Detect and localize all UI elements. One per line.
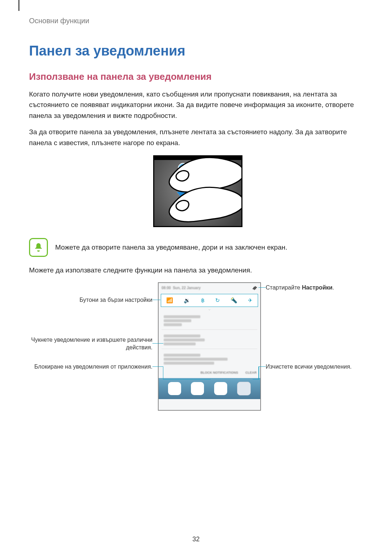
mock-notification-3 [162, 350, 257, 368]
page-number: 32 [0, 535, 392, 543]
figure-swipe-down [29, 155, 367, 227]
gear-icon [252, 286, 257, 291]
mock-bottom-actions: BLOCK NOTIFICATIONSCLEAR [159, 369, 260, 376]
mock-quick-settings: 📶 🔉 ฿ ↻ 🔦 ✈ [161, 294, 258, 307]
note-row: Можете да отворите панела за уведомяване… [29, 238, 367, 257]
annotated-diagram: 08:00 Sun, 22 January 📶 🔉 ฿ ↻ 🔦 ✈ ⌵ [29, 282, 367, 416]
bell-icon [29, 238, 48, 257]
airplane-icon: ✈ [248, 297, 253, 304]
app-folder-icon [237, 382, 251, 395]
paragraph-3: Можете да използвате следните функции на… [29, 265, 367, 275]
app-icon [168, 382, 181, 395]
mock-statusbar: 08:00 Sun, 22 January [159, 283, 260, 293]
bluetooth-icon: ฿ [201, 297, 205, 304]
callout-block-notifications: Блокиране на уведомления от приложения. [29, 363, 152, 371]
app-icon [191, 382, 204, 395]
edge-tab-decor [18, 0, 20, 11]
arrow-down-icon [177, 163, 190, 200]
breadcrumb: Основни функции [29, 17, 367, 25]
note-text: Можете да отворите панела за уведомяване… [55, 242, 287, 253]
callout-quick-settings: Бутони за бързи настройки [29, 296, 152, 304]
phone-mockup: 08:00 Sun, 22 January 📶 🔉 ฿ ↻ 🔦 ✈ ⌵ [158, 282, 261, 411]
paragraph-2: За да отворите панела за уведомления, пл… [29, 127, 367, 148]
page-title: Панел за уведомления [29, 43, 367, 59]
mock-notification-1 [162, 312, 257, 330]
mock-dock [159, 378, 260, 399]
rotate-icon: ↻ [215, 297, 220, 304]
section-subtitle: Използване на панела за уведомления [29, 71, 367, 82]
drag-handle-icon: ⌵ [159, 308, 260, 311]
callout-clear-all: Изчистете всички уведомления. [266, 363, 382, 371]
paragraph-1: Когато получите нови уведомления, като с… [29, 89, 367, 121]
callout-tap-notification: Чукнете уведомление и извършете различни… [29, 336, 152, 352]
app-icon [214, 382, 227, 395]
callout-launch-settings: Стартирайте Настройки. [266, 284, 382, 292]
sound-icon: 🔉 [184, 297, 191, 304]
mock-notification-2 [162, 331, 257, 349]
wifi-icon: 📶 [166, 297, 173, 304]
flashlight-icon: 🔦 [230, 297, 237, 304]
swipe-illustration [153, 155, 242, 227]
